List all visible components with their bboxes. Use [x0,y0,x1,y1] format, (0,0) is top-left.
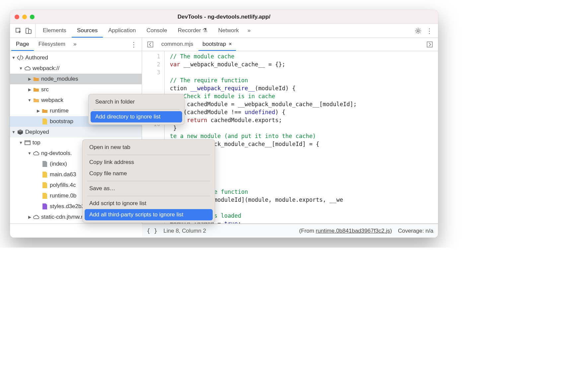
chevron-right-icon: ▶ [27,215,32,219]
sidebar-more-icon[interactable]: ⋮ [127,38,140,51]
menu-separator [93,109,180,110]
svg-rect-2 [29,30,31,34]
folder-open-icon [33,98,40,103]
tree-group-authored[interactable]: ▼ Authored [10,52,142,63]
sidebar-tab-filesystem[interactable]: Filesystem [34,38,70,51]
svg-line-11 [419,29,420,29]
chevron-down-icon: ▼ [27,98,32,103]
settings-icon[interactable] [415,28,421,34]
menu-separator [87,155,210,155]
devtools-window: DevTools - ng-devtools.netlify.app/ Elem… [10,10,438,238]
sidebar-tabs-overflow[interactable]: » [70,38,80,51]
editor-tabs: common.mjs bootstrap × [142,38,438,51]
frame-icon [24,140,31,145]
minimize-window-icon[interactable] [22,15,27,19]
menu-open-new-tab[interactable]: Open in new tab [85,142,213,153]
tab-network[interactable]: Network [213,24,244,38]
window-title: DevTools - ng-devtools.netlify.app/ [178,14,270,20]
pretty-print-icon[interactable]: { } [147,227,158,234]
svg-line-9 [419,32,420,33]
toolbar-left-icons [12,24,36,38]
main-panel: Page Filesystem » ⋮ ▼ Authored ▼ [10,38,438,224]
inspect-icon[interactable] [15,28,22,34]
menu-copy-file-name[interactable]: Copy file name [85,168,213,179]
zoom-window-icon[interactable] [30,15,35,19]
history-back-icon[interactable] [145,38,156,51]
js-file-icon [41,193,48,199]
tree-item-node-modules[interactable]: ▶ node_modules [10,74,142,84]
chevron-right-icon: ▶ [36,109,40,113]
sidebar-tabs: Page Filesystem » ⋮ [10,38,142,51]
menu-add-all-third-party-ignore[interactable]: Add all third-party scripts to ignore li… [85,209,213,220]
history-forward-icon[interactable] [424,38,435,51]
tab-sources[interactable]: Sources [72,24,103,38]
js-file-icon [41,118,48,124]
chevron-down-icon: ▼ [11,55,16,60]
titlebar: DevTools - ng-devtools.netlify.app/ [10,10,438,24]
svg-point-3 [417,30,419,32]
package-icon [17,129,24,135]
cloud-icon [33,151,40,156]
context-menu-folder: Search in folder Add directory to ignore… [88,94,184,125]
menu-separator [87,181,210,181]
flask-icon: ⚗ [202,27,207,34]
cloud-icon [24,66,31,71]
cursor-position: Line 8, Column 2 [164,228,206,234]
tab-recorder[interactable]: Recorder ⚗ [173,24,213,38]
tree-item-webpack-root[interactable]: ▼ webpack:// [10,63,142,74]
close-tab-icon[interactable]: × [229,41,232,47]
chevron-down-icon: ▼ [19,140,23,145]
folder-icon [33,87,40,92]
top-toolbar: Elements Sources Application Console Rec… [10,24,438,38]
js-file-icon [41,172,48,178]
source-from-link[interactable]: runtime.0b841bad3967f3c2.js [316,228,390,234]
svg-rect-14 [148,42,153,47]
svg-rect-15 [427,42,432,47]
tree-group-deployed[interactable]: ▼ Deployed [10,127,142,137]
tab-application[interactable]: Application [103,24,141,38]
sidebar-tab-page[interactable]: Page [11,38,34,51]
menu-search-in-folder[interactable]: Search in folder [91,96,182,108]
code-icon [17,55,24,60]
cloud-icon [33,215,40,219]
svg-line-10 [416,32,417,33]
menu-copy-link[interactable]: Copy link address [85,157,213,168]
close-window-icon[interactable] [15,15,19,19]
chevron-down-icon: ▼ [11,130,16,134]
coverage-label: Coverage: n/a [398,228,433,234]
chevron-right-icon: ▶ [27,77,32,81]
chevron-down-icon: ▼ [27,151,32,156]
svg-line-8 [416,29,417,29]
menu-separator [87,196,210,196]
folder-icon [41,109,48,113]
folder-icon [33,77,40,81]
svg-rect-12 [25,141,30,145]
source-from: (From runtime.0b841bad3967f3c2.js) [299,228,392,234]
chevron-right-icon: ▶ [27,87,32,92]
menu-add-script-ignore[interactable]: Add script to ignore list [85,198,213,209]
tab-console[interactable]: Console [141,24,172,38]
css-file-icon [41,203,48,209]
tree-item-src[interactable]: ▶ src [10,84,142,95]
menu-save-as[interactable]: Save as… [85,183,213,194]
tab-elements[interactable]: Elements [37,24,72,38]
editor-tab-common[interactable]: common.mjs [157,38,197,51]
editor-tab-bootstrap[interactable]: bootstrap × [198,38,236,51]
menu-add-directory-ignore[interactable]: Add directory to ignore list [91,111,182,122]
js-file-icon [41,182,48,188]
context-menu-file: Open in new tab Copy link address Copy f… [82,139,215,223]
kebab-menu-icon[interactable]: ⋮ [426,27,433,35]
file-icon [41,161,48,167]
tabs-overflow[interactable]: » [244,24,254,38]
editor-statusbar: { } Line 8, Column 2 (From runtime.0b841… [142,224,438,238]
traffic-lights [15,15,35,19]
device-icon[interactable] [25,28,32,34]
chevron-down-icon: ▼ [19,66,23,71]
